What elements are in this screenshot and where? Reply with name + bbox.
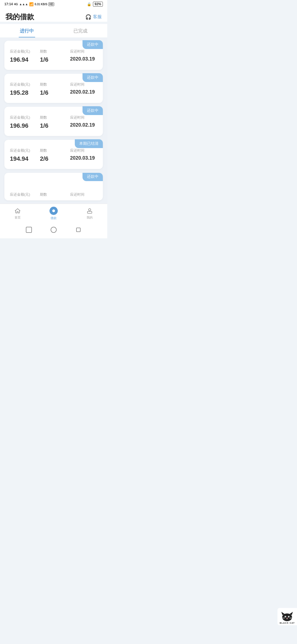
date-value-4: 2020.03.19 <box>70 155 97 161</box>
date-col-4: 应还时间 2020.03.19 <box>70 148 97 162</box>
loan-card-2[interactable]: 还款中 应还金额(元) 195.28 期数 1/6 应还时间 2020.02.1… <box>4 74 103 103</box>
bottom-nav: 首页 借款 我的 <box>0 204 107 223</box>
amount-label-1: 应还金额(元) <box>10 49 37 54</box>
amount-value-3: 196.96 <box>10 122 37 129</box>
tab-completed[interactable]: 已完成 <box>54 24 107 37</box>
amount-label-3: 应还金额(元) <box>10 115 37 120</box>
hd-badge: HD <box>48 2 54 6</box>
customer-service-label: 客服 <box>93 14 102 20</box>
amount-col-5: 应还金额(元) <box>10 192 37 199</box>
periods-label-3: 期数 <box>40 115 67 120</box>
periods-label-2: 期数 <box>40 82 67 87</box>
loan-card-1[interactable]: 还款中 应还金额(元) 196.94 期数 1/6 应还时间 2020.03.1… <box>4 41 103 70</box>
loan-card-4[interactable]: 本期已结清 应还金额(元) 194.94 期数 2/6 应还时间 2020.03… <box>4 140 103 169</box>
signal-icon: 4G <box>14 2 18 6</box>
speed-display: 0.31 KB/S <box>35 3 47 6</box>
amount-value-2: 195.28 <box>10 89 37 96</box>
amount-label-2: 应还金额(元) <box>10 82 37 87</box>
periods-value-2: 1/6 <box>40 89 67 96</box>
periods-col-1: 期数 1/6 <box>40 49 67 63</box>
loan-card-5[interactable]: 还款中 应还金额(元) 期数 应还时间 <box>4 173 103 200</box>
periods-col-2: 期数 1/6 <box>40 82 67 96</box>
tab-in-progress[interactable]: 进行中 <box>0 24 54 37</box>
card-grid-3: 应还金额(元) 196.96 期数 1/6 应还时间 2020.02.19 <box>10 115 97 129</box>
card-grid-4: 应还金额(元) 194.94 期数 2/6 应还时间 2020.03.19 <box>10 148 97 162</box>
battery-display: 92% <box>93 2 103 7</box>
lock-icon: 🔒 <box>87 2 91 6</box>
periods-value-4: 2/6 <box>40 155 67 162</box>
periods-col-4: 期数 2/6 <box>40 148 67 162</box>
amount-col-2: 应还金额(元) 195.28 <box>10 82 37 96</box>
date-label-5: 应还时间 <box>70 192 97 197</box>
date-label-2: 应还时间 <box>70 82 97 87</box>
status-left: 17:14 4G ▲▲▲ 📶 0.31 KB/S HD <box>4 2 54 6</box>
nav-home[interactable]: 首页 <box>14 207 21 220</box>
loan-list: 还款中 应还金额(元) 196.94 期数 1/6 应还时间 2020.03.1… <box>0 37 107 204</box>
periods-value-1: 1/6 <box>40 56 67 63</box>
svg-rect-1 <box>87 211 92 213</box>
card-grid-5: 应还金额(元) 期数 应还时间 <box>10 192 97 199</box>
profile-icon <box>86 207 93 214</box>
date-label-1: 应还时间 <box>70 49 97 54</box>
date-value-1: 2020.03.19 <box>70 56 97 62</box>
card-grid-1: 应还金额(元) 196.94 期数 1/6 应还时间 2020.03.19 <box>10 49 97 63</box>
nav-profile[interactable]: 我的 <box>86 207 93 220</box>
svg-point-2 <box>89 209 91 211</box>
amount-col-3: 应还金额(元) 196.96 <box>10 115 37 129</box>
customer-service-button[interactable]: 🎧 客服 <box>85 14 102 20</box>
periods-col-5: 期数 <box>40 192 67 199</box>
headphone-icon: 🎧 <box>85 14 91 20</box>
nav-loan-label: 借款 <box>51 216 57 220</box>
back-button[interactable] <box>26 227 32 233</box>
nav-loan[interactable]: 借款 <box>50 207 58 220</box>
date-value-2: 2020.02.19 <box>70 89 97 95</box>
date-col-1: 应还时间 2020.03.19 <box>70 49 97 63</box>
loan-active-dot <box>50 207 58 215</box>
home-button[interactable] <box>51 227 57 233</box>
system-nav <box>0 223 107 238</box>
status-badge-4: 本期已结清 <box>75 139 103 148</box>
amount-col-4: 应还金额(元) 194.94 <box>10 148 37 162</box>
page-header: 我的借款 🎧 客服 <box>0 8 107 22</box>
status-badge-5: 还款中 <box>82 173 103 181</box>
nav-home-label: 首页 <box>15 215 21 220</box>
page-title: 我的借款 <box>6 12 34 22</box>
amount-label-5: 应还金额(元) <box>10 192 37 197</box>
amount-col-1: 应还金额(元) 196.94 <box>10 49 37 63</box>
loan-card-3[interactable]: 还款中 应还金额(元) 196.96 期数 1/6 应还时间 2020.02.1… <box>4 107 103 136</box>
tab-bar: 进行中 已完成 <box>0 24 107 37</box>
periods-value-3: 1/6 <box>40 122 67 129</box>
status-badge-3: 还款中 <box>82 106 103 115</box>
status-badge-2: 还款中 <box>82 73 103 82</box>
date-col-3: 应还时间 2020.02.19 <box>70 115 97 129</box>
recents-button[interactable] <box>75 227 81 233</box>
svg-rect-3 <box>76 228 80 232</box>
periods-col-3: 期数 1/6 <box>40 115 67 129</box>
date-label-3: 应还时间 <box>70 115 97 120</box>
date-col-2: 应还时间 2020.02.19 <box>70 82 97 96</box>
periods-label-5: 期数 <box>40 192 67 197</box>
amount-value-1: 196.94 <box>10 56 37 63</box>
status-badge-1: 还款中 <box>82 40 103 49</box>
nav-profile-label: 我的 <box>87 215 93 220</box>
amount-value-4: 194.94 <box>10 155 37 162</box>
card-grid-2: 应还金额(元) 195.28 期数 1/6 应还时间 2020.02.19 <box>10 82 97 96</box>
status-right: 🔒 92% <box>87 2 103 7</box>
date-col-5: 应还时间 <box>70 192 97 199</box>
date-label-4: 应还时间 <box>70 148 97 153</box>
signal-bars: ▲▲▲ <box>19 2 28 6</box>
periods-label-4: 期数 <box>40 148 67 153</box>
periods-label-1: 期数 <box>40 49 67 54</box>
date-value-3: 2020.02.19 <box>70 122 97 128</box>
home-icon <box>14 207 21 214</box>
time-display: 17:14 <box>4 2 13 6</box>
amount-label-4: 应还金额(元) <box>10 148 37 153</box>
status-bar: 17:14 4G ▲▲▲ 📶 0.31 KB/S HD 🔒 92% <box>0 0 107 8</box>
svg-point-0 <box>52 209 55 212</box>
wifi-icon: 📶 <box>29 2 34 6</box>
